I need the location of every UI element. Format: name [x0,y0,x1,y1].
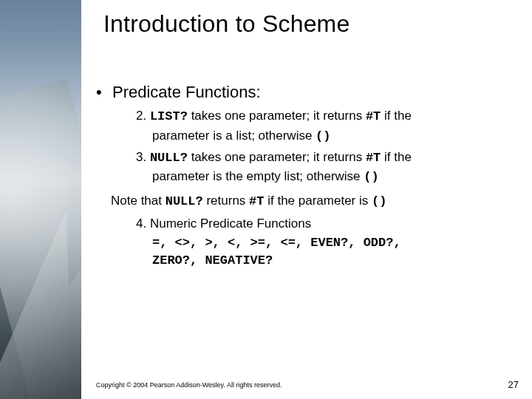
item-3-line2: parameter is the empty list; otherwise (… [152,168,517,185]
item-2-text2: if the [381,109,412,123]
slide-body: •Predicate Functions: 2. LIST? takes one… [96,83,517,270]
code-null: NULL? [150,151,188,165]
item-3-cont: parameter is the empty list; otherwise [152,169,364,183]
page-number: 27 [508,379,519,390]
code-true-1: #T [366,109,381,123]
operators-line1: =, <>, >, <, >=, <=, EVEN?, ODD?, [152,235,517,252]
note-mid: returns [203,194,249,208]
operators-line2: ZERO?, NEGATIVE? [152,253,517,270]
bullet-dot: • [96,83,112,102]
note-line: Note that NULL? returns #T if the parame… [111,193,517,210]
bullet-heading: •Predicate Functions: [96,83,517,102]
copyright-footer: Copyright © 2004 Pearson Addison-Wesley.… [96,381,282,389]
item-4: 4. Numeric Predicate Functions [136,216,517,232]
content-area: Introduction to Scheme •Predicate Functi… [81,0,532,399]
note-pre: Note that [111,194,166,208]
code-null-2: NULL? [166,194,203,208]
item-3-num: 3. [136,150,150,164]
code-nil-3: () [372,194,386,208]
item-2-text1: takes one parameter; it returns [188,109,366,123]
item-2-line2: parameter is a list; otherwise () [152,128,517,145]
item-2-num: 2. [136,109,150,123]
background-mountain-strip [0,0,81,399]
note-mid2: if the parameter is [265,194,372,208]
item-3-text2: if the [381,150,412,164]
heading-text: Predicate Functions: [112,83,261,101]
item-3-line1: 3. NULL? takes one parameter; it returns… [136,149,517,166]
code-true-2: #T [366,151,381,165]
code-true-3: #T [249,194,264,208]
item-2-line1: 2. LIST? takes one parameter; it returns… [136,108,517,125]
code-nil-2: () [364,170,378,184]
item-3-text1: takes one parameter; it returns [188,150,366,164]
code-nil-1: () [316,129,330,143]
slide-title: Introduction to Scheme [103,10,349,38]
item-2-cont: parameter is a list; otherwise [152,129,316,143]
code-list: LIST? [150,109,188,123]
slide: Introduction to Scheme •Predicate Functi… [0,0,532,399]
